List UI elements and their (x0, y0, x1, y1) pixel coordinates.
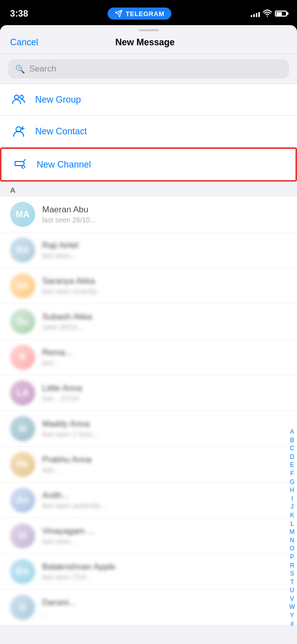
alphabet-letter[interactable]: M (289, 528, 294, 536)
new-channel-item[interactable]: New Channel (0, 147, 297, 182)
search-container: 🔍 Search (0, 54, 297, 84)
contact-item[interactable]: Vi Vinayagam ... last seen... (0, 518, 297, 554)
group-icon (10, 91, 27, 108)
contact-avatar: R (10, 345, 35, 370)
contact-item[interactable]: BA Balakrishnan Apple last seen 7/10... (0, 554, 297, 590)
signal-icon (251, 10, 260, 17)
contact-name: Raji Airtel (42, 240, 287, 251)
contact-info: Rema... last... (42, 348, 287, 367)
contact-status: last seen... (42, 252, 287, 260)
contact-icon (10, 123, 27, 140)
contact-info: Darsini... ... (42, 598, 287, 617)
new-group-label: New Group (35, 95, 81, 105)
contact-item[interactable]: SA Saranya Akka last seen recently (0, 268, 297, 304)
alphabet-letter[interactable]: U (290, 587, 294, 595)
search-placeholder: Search (29, 64, 56, 74)
status-indicators (251, 10, 287, 18)
alphabet-letter[interactable]: I (291, 495, 293, 503)
alphabet-letter[interactable]: F (290, 470, 294, 478)
contact-info: Saranya Akka last seen recently (42, 276, 287, 295)
channel-icon (12, 156, 29, 173)
contact-item[interactable]: Su Subash Akka seen 26/10... (0, 304, 297, 340)
alphabet-letter[interactable]: K (290, 512, 294, 520)
alphabet-letter[interactable]: E (290, 461, 294, 469)
alphabet-letter[interactable]: A (290, 428, 294, 436)
alphabet-letter[interactable]: C (290, 445, 294, 453)
contact-name: Saranya Akka (42, 276, 287, 286)
contact-info: Vinayagam ... last seen... (42, 526, 287, 545)
alphabet-letter[interactable]: B (290, 437, 294, 445)
contact-avatar: RA (10, 237, 35, 263)
alphabet-letter[interactable]: N (290, 537, 294, 545)
modal-container: Cancel New Message 🔍 Search New Group (0, 25, 297, 644)
svg-point-2 (20, 96, 24, 99)
alphabet-letter[interactable]: D (290, 453, 294, 461)
alphabet-index[interactable]: ABCDEFGHIJKLMNOPRSTUVWY# (289, 428, 295, 628)
contact-info: Anith... last seen yesterda... (42, 491, 287, 510)
contact-avatar: Vi (10, 523, 35, 548)
alphabet-letter[interactable]: T (290, 579, 294, 587)
alphabet-letter[interactable]: H (290, 487, 294, 495)
contact-avatar: Su (10, 309, 35, 334)
contact-status: last seen recently (42, 287, 287, 295)
contact-item[interactable]: M Maddy Anna last seen 1 hour... (0, 411, 297, 447)
alphabet-letter[interactable]: R (290, 562, 294, 570)
alphabet-letter[interactable]: S (290, 570, 294, 578)
contact-status: last seen 26/10... (42, 216, 287, 224)
contact-item[interactable]: MA Maeran Abu last seen 26/10... (0, 197, 297, 232)
contact-item[interactable]: LA Little Anna last... 07/23 (0, 375, 297, 411)
alphabet-letter[interactable]: Y (290, 612, 294, 620)
contact-name: Maeran Abu (42, 205, 287, 215)
contact-name: Vinayagam ... (42, 526, 287, 536)
contact-avatar: M (10, 416, 35, 441)
contact-status: ... (42, 609, 287, 617)
alphabet-letter[interactable]: L (290, 520, 294, 528)
new-contact-item[interactable]: New Contact (0, 116, 297, 147)
alphabet-letter[interactable]: W (289, 603, 295, 611)
section-letter: A (10, 186, 16, 194)
alphabet-letter[interactable]: V (290, 595, 294, 603)
search-icon: 🔍 (15, 64, 25, 74)
contact-name: Subash Akka (42, 312, 287, 322)
contacts-list: MA Maeran Abu last seen 26/10... RA Raji… (0, 197, 297, 625)
alphabet-letter[interactable]: J (290, 503, 293, 511)
contact-avatar: D (10, 595, 35, 620)
contact-info: Maeran Abu last seen 26/10... (42, 205, 287, 224)
battery-icon (275, 11, 287, 17)
contact-avatar: SA (10, 273, 35, 298)
telegram-app-name: TELEGRAM (126, 10, 164, 18)
contact-info: Little Anna last... 07/23 (42, 383, 287, 403)
status-time: 3:38 (10, 9, 28, 19)
telegram-logo-icon (115, 10, 123, 18)
alphabet-letter[interactable]: # (290, 620, 294, 628)
contact-item[interactable]: An Anith... last seen yesterda... (0, 482, 297, 518)
contact-status: last seen... (42, 537, 287, 545)
menu-section: New Group New Contact (0, 84, 297, 182)
modal-title: New Message (115, 37, 174, 48)
contact-name: Anith... (42, 491, 287, 501)
contact-avatar: MA (10, 202, 35, 227)
contact-item[interactable]: D Darsini... ... (0, 590, 297, 625)
contact-avatar: An (10, 488, 35, 513)
cancel-button[interactable]: Cancel (10, 37, 38, 48)
contact-avatar: BA (10, 559, 35, 584)
alphabet-letter[interactable]: G (290, 478, 294, 487)
contact-name: Maddy Anna (42, 419, 287, 429)
new-group-item[interactable]: New Group (0, 84, 297, 116)
contact-status: last seen yesterda... (42, 502, 287, 510)
modal-handle (0, 25, 297, 33)
contact-info: Subash Akka seen 26/10... (42, 312, 287, 331)
alphabet-letter[interactable]: O (290, 545, 294, 553)
alphabet-letter[interactable]: P (290, 553, 294, 561)
modal-header: Cancel New Message (0, 33, 297, 54)
telegram-badge: TELEGRAM (108, 8, 171, 20)
contact-status: last... 07/23 (42, 394, 287, 403)
section-header-a: A (0, 182, 297, 197)
contact-avatar: PA (10, 452, 35, 477)
new-channel-label: New Channel (37, 159, 91, 170)
contact-item[interactable]: PA Prabhu Anna last... (0, 447, 297, 482)
contact-item[interactable]: R Rema... last... (0, 340, 297, 375)
svg-point-1 (15, 95, 19, 99)
contact-item[interactable]: RA Raji Airtel last seen... (0, 232, 297, 268)
search-bar[interactable]: 🔍 Search (8, 59, 289, 78)
